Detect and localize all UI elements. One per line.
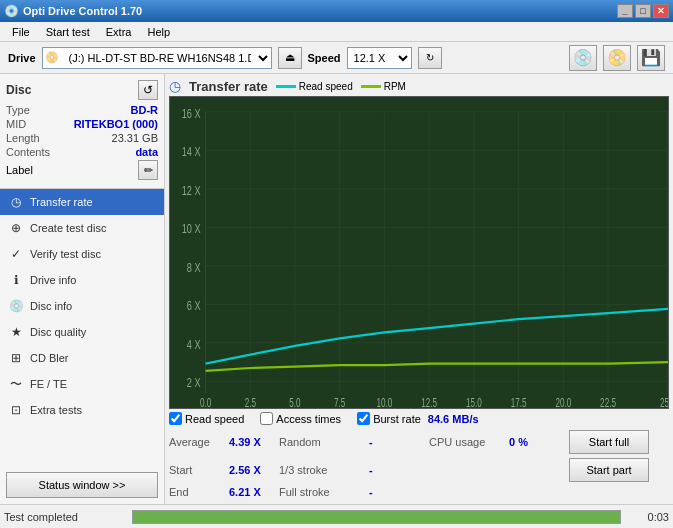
svg-text:8 X: 8 X [187,260,201,274]
svg-text:20.0: 20.0 [555,396,571,408]
maximize-btn[interactable]: □ [635,4,651,18]
disc-info-icon: 💿 [8,298,24,314]
read-speed-checkbox[interactable] [169,412,182,425]
menu-start-test[interactable]: Start test [38,24,98,40]
speed-select[interactable]: 12.1 X [347,47,412,69]
read-speed-check-label: Read speed [185,413,244,425]
eject-button[interactable]: ⏏ [278,47,302,69]
app-icon: 💿 [4,4,19,18]
checks-row: Read speed Access times Burst rate 84.6 … [169,409,669,428]
access-times-checkbox[interactable] [260,412,273,425]
app-title: Opti Drive Control 1.70 [23,5,617,17]
svg-text:15.0: 15.0 [466,396,482,408]
fe-te-icon: 〜 [8,376,24,392]
mid-value: RITEKBO1 (000) [74,118,158,130]
disc-icon-btn1[interactable]: 💿 [569,45,597,71]
stats-row-3: End 6.21 X Full stroke - [169,484,665,500]
contents-value: data [135,146,158,158]
drive-info-icon: ℹ [8,272,24,288]
legend-rpm-color [361,85,381,88]
svg-text:2.5: 2.5 [245,396,257,408]
svg-text:2 X: 2 X [187,376,201,390]
disc-title: Disc [6,83,31,97]
minimize-btn[interactable]: _ [617,4,633,18]
nav-drive-info[interactable]: ℹ Drive info [0,267,164,293]
burst-rate-check-label: Burst rate [373,413,421,425]
nav-create-test-disc[interactable]: ⊕ Create test disc [0,215,164,241]
legend-read-speed: Read speed [276,81,353,92]
nav-disc-quality[interactable]: ★ Disc quality [0,319,164,345]
svg-text:0.0: 0.0 [200,396,212,408]
drive-label: Drive [8,52,36,64]
disc-label-label: Label [6,164,33,176]
svg-text:10.0: 10.0 [377,396,393,408]
stats-row-1: Average 4.39 X Random - CPU usage 0 % St… [169,428,665,456]
save-btn[interactable]: 💾 [637,45,665,71]
drive-select[interactable]: (J:) HL-DT-ST BD-RE WH16NS48 1.D3 [61,48,271,68]
length-value: 23.31 GB [112,132,158,144]
progress-bar [133,511,620,523]
nav-list: ◷ Transfer rate ⊕ Create test disc ✓ Ver… [0,189,164,466]
legend-read-color [276,85,296,88]
disc-quality-icon: ★ [8,324,24,340]
svg-text:16 X: 16 X [182,106,201,120]
nav-cd-bler[interactable]: ⊞ CD Bler [0,345,164,371]
menu-file[interactable]: File [4,24,38,40]
svg-text:17.5: 17.5 [511,396,527,408]
chart-title: Transfer rate [189,79,268,94]
close-btn[interactable]: ✕ [653,4,669,18]
burst-rate-value: 84.6 MB/s [428,413,479,425]
burst-rate-checkbox[interactable] [357,412,370,425]
disc-refresh-btn[interactable]: ↺ [138,80,158,100]
menu-extra[interactable]: Extra [98,24,140,40]
svg-text:25.0: 25.0 [660,396,668,408]
svg-text:5.0: 5.0 [289,396,301,408]
chart-svg: 16 X 14 X 12 X 10 X 8 X 6 X 4 X 2 X 0.0 … [170,97,668,408]
legend-rpm: RPM [361,81,406,92]
length-label: Length [6,132,40,144]
svg-text:7.5: 7.5 [334,396,346,408]
menu-help[interactable]: Help [139,24,178,40]
status-text: Test completed [4,511,124,523]
statusbar: Test completed 0:03 [0,504,673,528]
speed-label: Speed [308,52,341,64]
chart-container: 16 X 14 X 12 X 10 X 8 X 6 X 4 X 2 X 0.0 … [169,96,669,409]
svg-text:10 X: 10 X [182,222,201,236]
start-part-btn[interactable]: Start part [569,458,649,482]
disc-panel: Disc ↺ Type BD-R MID RITEKBO1 (000) Leng… [0,74,164,189]
svg-text:4 X: 4 X [187,337,201,351]
create-disc-icon: ⊕ [8,220,24,236]
access-times-check-label: Access times [276,413,341,425]
svg-text:12.5: 12.5 [421,396,437,408]
nav-verify-test-disc[interactable]: ✓ Verify test disc [0,241,164,267]
extra-tests-icon: ⊡ [8,402,24,418]
svg-text:12 X: 12 X [182,183,201,197]
refresh-btn[interactable]: ↻ [418,47,442,69]
mid-label: MID [6,118,26,130]
nav-extra-tests[interactable]: ⊡ Extra tests [0,397,164,423]
svg-text:14 X: 14 X [182,145,201,159]
verify-disc-icon: ✓ [8,246,24,262]
progress-bar-container [132,510,621,524]
disc-label-btn[interactable]: ✏ [138,160,158,180]
type-value: BD-R [131,104,159,116]
chart-header: ◷ Transfer rate Read speed RPM [169,78,669,94]
svg-rect-0 [170,97,668,408]
titlebar: 💿 Opti Drive Control 1.70 _ □ ✕ [0,0,673,22]
menubar: File Start test Extra Help [0,22,673,42]
nav-fe-te[interactable]: 〜 FE / TE [0,371,164,397]
status-window-btn[interactable]: Status window >> [6,472,158,498]
drivebar: Drive 📀 (J:) HL-DT-ST BD-RE WH16NS48 1.D… [0,42,673,74]
start-full-btn[interactable]: Start full [569,430,649,454]
main-content: Disc ↺ Type BD-R MID RITEKBO1 (000) Leng… [0,74,673,504]
stats-row-2: Start 2.56 X 1/3 stroke - Start part [169,456,665,484]
svg-text:22.5: 22.5 [600,396,616,408]
disc-icon-btn2[interactable]: 📀 [603,45,631,71]
nav-transfer-rate[interactable]: ◷ Transfer rate [0,189,164,215]
time-value: 0:03 [629,511,669,523]
nav-disc-info[interactable]: 💿 Disc info [0,293,164,319]
svg-text:6 X: 6 X [187,299,201,313]
chart-area: ◷ Transfer rate Read speed RPM [165,74,673,504]
cd-bler-icon: ⊞ [8,350,24,366]
type-label: Type [6,104,30,116]
